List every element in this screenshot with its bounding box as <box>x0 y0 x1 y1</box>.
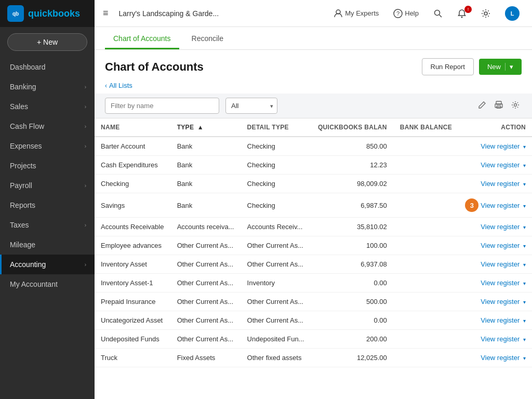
tab-chart-of-accounts[interactable]: Chart of Accounts <box>105 29 179 49</box>
cell-name: Inventory Asset <box>95 255 171 274</box>
action-dropdown-arrow[interactable]: ▾ <box>522 355 526 361</box>
view-register-button[interactable]: View register <box>481 180 520 188</box>
action-dropdown-arrow[interactable]: ▾ <box>522 299 526 305</box>
sidebar-item-label: Dashboard <box>10 63 86 71</box>
new-button[interactable]: + New <box>7 33 87 51</box>
settings-button[interactable] <box>477 7 495 20</box>
cell-action: View register ▾ <box>458 175 532 193</box>
view-register-button[interactable]: View register <box>481 242 520 249</box>
sidebar-item-accounting[interactable]: Accounting› <box>0 255 95 274</box>
cell-type: Other Current As... <box>171 236 241 255</box>
view-register-button[interactable]: View register <box>481 335 520 343</box>
cell-qb_balance: 6,987.50 <box>311 193 393 218</box>
type-filter-select[interactable]: All <box>225 98 277 114</box>
table-row: Accounts ReceivableAccounts receiva...Ac… <box>95 218 532 236</box>
table-row: SavingsBankChecking6,987.503View registe… <box>95 193 532 218</box>
sidebar-item-mileage[interactable]: Mileage <box>0 235 95 255</box>
svg-text:qb: qb <box>12 11 19 17</box>
action-dropdown-arrow[interactable]: ▾ <box>522 262 526 268</box>
action-dropdown-arrow[interactable]: ▾ <box>522 337 526 342</box>
action-dropdown-arrow[interactable]: ▾ <box>522 203 526 209</box>
chevron-right-icon: › <box>85 143 86 149</box>
col-header-action: ACTION <box>458 118 532 137</box>
sidebar-item-taxes[interactable]: Taxes› <box>0 215 95 235</box>
cell-detail_type: Other Current As... <box>241 236 311 255</box>
cell-bank_balance <box>393 193 458 218</box>
view-register-button[interactable]: View register <box>481 260 520 268</box>
sidebar-item-reports[interactable]: Reports <box>0 195 95 215</box>
view-register-button[interactable]: View register <box>481 298 520 305</box>
action-dropdown-arrow[interactable]: ▾ <box>522 243 526 249</box>
action-dropdown-arrow[interactable]: ▾ <box>522 144 526 150</box>
tab-reconcile[interactable]: Reconcile <box>183 29 232 49</box>
sidebar-item-expenses[interactable]: Expenses› <box>0 136 95 156</box>
cell-action: View register ▾ <box>458 255 532 274</box>
page-title: Chart of Accounts <box>105 60 204 74</box>
cell-action: View register ▾ <box>458 236 532 255</box>
search-button[interactable] <box>429 7 447 20</box>
company-name: Larry's Landscaping & Garde... <box>119 9 324 18</box>
sidebar-item-label: Reports <box>10 201 86 209</box>
action-dropdown-arrow[interactable]: ▾ <box>522 318 526 324</box>
sort-arrow-icon: ▲ <box>195 124 204 131</box>
sidebar-item-sales[interactable]: Sales› <box>0 97 95 116</box>
sidebar-item-payroll[interactable]: Payroll› <box>0 176 95 195</box>
view-register-button[interactable]: View register <box>481 354 520 362</box>
view-register-button[interactable]: View register <box>481 223 520 231</box>
edit-icon-button[interactable] <box>476 99 488 113</box>
accounts-table: NAMETYPE ▲DETAIL TYPEQUICKBOOKS BALANBAN… <box>95 118 532 371</box>
action-dropdown-arrow[interactable]: ▾ <box>522 181 526 187</box>
sidebar-item-banking[interactable]: Banking› <box>0 77 95 97</box>
cell-qb_balance: 12.23 <box>311 156 393 175</box>
cell-bank_balance <box>393 218 458 236</box>
cell-detail_type: Checking <box>241 156 311 175</box>
cell-qb_balance: 850.00 <box>311 137 393 156</box>
sidebar-item-cash-flow[interactable]: Cash Flow› <box>0 116 95 136</box>
cell-qb_balance: 98,009.02 <box>311 175 393 193</box>
logo-text: quickbooks <box>28 8 80 19</box>
new-dropdown-arrow[interactable]: ▾ <box>505 63 513 71</box>
sidebar: qb quickbooks + New DashboardBanking›Sal… <box>0 0 95 399</box>
table-row: Employee advancesOther Current As...Othe… <box>95 236 532 255</box>
filter-input[interactable] <box>105 98 219 114</box>
cell-action: View register ▾ <box>458 137 532 156</box>
view-register-button[interactable]: View register <box>481 202 520 209</box>
cell-name: Accounts Receivable <box>95 218 171 236</box>
action-dropdown-arrow[interactable]: ▾ <box>522 163 526 168</box>
view-register-button[interactable]: View register <box>481 316 520 324</box>
all-lists-link[interactable]: ‹ All Lists <box>95 79 532 94</box>
col-header-bank_balance: BANK BALANCE <box>393 118 458 137</box>
action-dropdown-arrow[interactable]: ▾ <box>522 224 526 230</box>
sidebar-item-dashboard[interactable]: Dashboard <box>0 57 95 77</box>
sidebar-item-label: Sales <box>10 102 85 111</box>
svg-point-7 <box>461 16 463 18</box>
view-register-button[interactable]: View register <box>481 142 520 150</box>
my-experts-button[interactable]: My Experts <box>329 7 383 20</box>
settings-icon-button[interactable] <box>509 99 522 113</box>
user-avatar[interactable]: L <box>501 4 524 23</box>
cell-detail_type: Other Current As... <box>241 255 311 274</box>
col-header-type[interactable]: TYPE ▲ <box>171 118 241 137</box>
cell-type: Fixed Assets <box>171 349 241 367</box>
cell-detail_type: Other Current As... <box>241 292 311 311</box>
cell-type: Bank <box>171 156 241 175</box>
view-register-button[interactable]: View register <box>481 161 520 169</box>
chevron-right-icon: › <box>85 124 86 129</box>
cell-qb_balance: 35,810.02 <box>311 218 393 236</box>
sidebar-item-my-accountant[interactable]: My Accountant <box>0 274 95 294</box>
print-icon-button[interactable] <box>493 99 505 113</box>
cell-action: View register ▾ <box>458 349 532 367</box>
help-button[interactable]: ? Help <box>389 7 423 20</box>
logo-icon: qb <box>7 5 24 22</box>
sidebar-item-projects[interactable]: Projects <box>0 156 95 176</box>
cell-name: Prepaid Insurance <box>95 292 171 311</box>
notifications-button[interactable]: ! <box>453 7 471 20</box>
cell-type: Other Current As... <box>171 330 241 349</box>
cell-bank_balance <box>393 137 458 156</box>
action-dropdown-arrow[interactable]: ▾ <box>522 281 526 286</box>
cell-type: Other Current As... <box>171 255 241 274</box>
hamburger-icon[interactable]: ≡ <box>103 8 109 19</box>
new-account-button[interactable]: New ▾ <box>479 59 522 75</box>
run-report-button[interactable]: Run Report <box>422 58 474 75</box>
view-register-button[interactable]: View register <box>481 279 520 287</box>
